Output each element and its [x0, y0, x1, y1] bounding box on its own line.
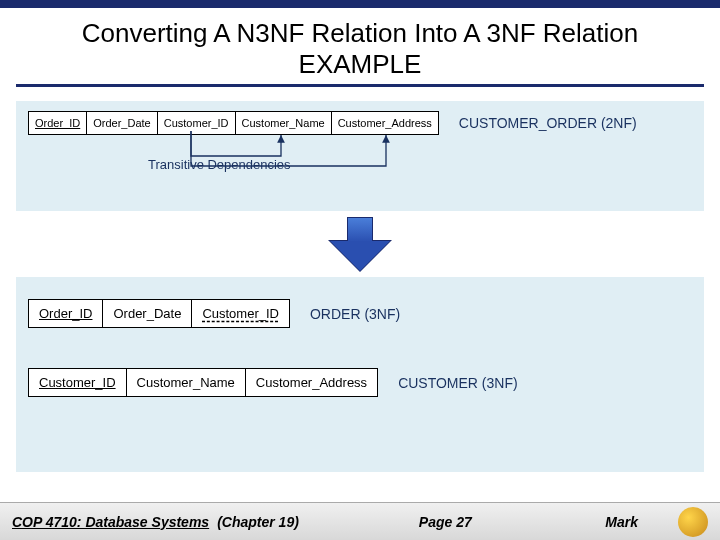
panel-3nf: Order_ID Order_Date Customer_ID ORDER (3… — [16, 277, 704, 472]
title-line-2: EXAMPLE — [16, 49, 704, 80]
top-accent-bar — [0, 0, 720, 8]
footer-chapter: (Chapter 19) — [217, 514, 299, 530]
down-arrow-container — [0, 217, 720, 271]
panel-2nf: Order_ID Order_Date Customer_ID Customer… — [16, 101, 704, 211]
relation-customer-order-row: Order_ID Order_Date Customer_ID Customer… — [28, 111, 692, 135]
relation-order-name: ORDER (3NF) — [310, 306, 400, 322]
relation-customer-row: Customer_ID Customer_Name Customer_Addre… — [28, 368, 692, 397]
down-arrow-icon — [330, 217, 390, 271]
footer-course: COP 4710: Database Systems — [12, 514, 209, 530]
customer-col-customer-id: Customer_ID — [29, 369, 127, 396]
footer-page: Page 27 — [419, 514, 472, 530]
slide-footer: COP 4710: Database Systems (Chapter 19) … — [0, 502, 720, 540]
transitive-dependencies-label: Transitive Dependencies — [148, 157, 692, 172]
relation-customer-name: CUSTOMER (3NF) — [398, 375, 518, 391]
slide-title: Converting A N3NF Relation Into A 3NF Re… — [0, 8, 720, 95]
ucf-logo-icon — [678, 507, 708, 537]
relation-order-table: Order_ID Order_Date Customer_ID — [28, 299, 290, 328]
footer-author: Mark — [605, 514, 638, 530]
col-customer-id: Customer_ID — [158, 112, 236, 134]
customer-col-customer-name: Customer_Name — [127, 369, 246, 396]
title-underline — [16, 84, 704, 87]
col-order-date: Order_Date — [87, 112, 157, 134]
order-col-order-id: Order_ID — [29, 300, 103, 327]
relation-customer-table: Customer_ID Customer_Name Customer_Addre… — [28, 368, 378, 397]
customer-col-customer-address: Customer_Address — [246, 369, 377, 396]
relation-customer-order-table: Order_ID Order_Date Customer_ID Customer… — [28, 111, 439, 135]
relation-order-row: Order_ID Order_Date Customer_ID ORDER (3… — [28, 299, 692, 328]
col-order-id: Order_ID — [29, 112, 87, 134]
order-col-order-date: Order_Date — [103, 300, 192, 327]
col-customer-name: Customer_Name — [236, 112, 332, 134]
order-col-customer-id: Customer_ID — [192, 300, 289, 327]
title-line-1: Converting A N3NF Relation Into A 3NF Re… — [16, 18, 704, 49]
relation-customer-order-name: CUSTOMER_ORDER (2NF) — [459, 115, 637, 131]
col-customer-address: Customer_Address — [332, 112, 438, 134]
